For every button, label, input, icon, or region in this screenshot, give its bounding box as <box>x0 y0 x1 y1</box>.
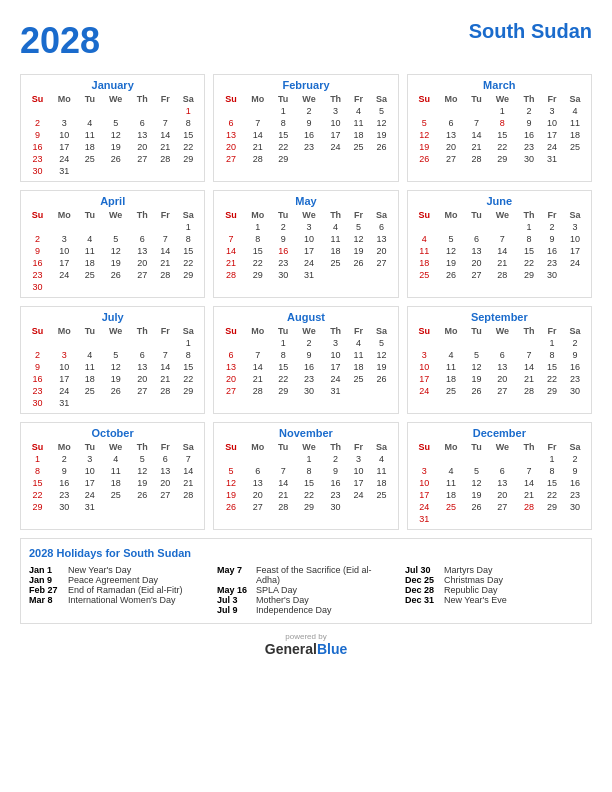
day-header-fr: Fr <box>154 325 176 337</box>
calendar-day <box>25 337 50 349</box>
calendar-day: 22 <box>176 257 200 269</box>
calendar-day: 16 <box>50 477 78 489</box>
day-header-tu: Tu <box>79 93 102 105</box>
calendar-day: 17 <box>294 245 323 257</box>
calendar-day: 9 <box>25 361 50 373</box>
calendar-day: 12 <box>101 129 130 141</box>
calendar-day: 12 <box>412 129 437 141</box>
holiday-item: Dec 31New Year's Eve <box>405 595 583 605</box>
holiday-item: Jul 3Mother's Day <box>217 595 395 605</box>
brand-general: General <box>265 641 317 657</box>
calendar-day: 15 <box>272 129 295 141</box>
calendar-day: 19 <box>101 257 130 269</box>
calendar-day: 29 <box>272 153 295 165</box>
calendar-day: 28 <box>272 501 295 513</box>
calendar-day <box>517 337 541 349</box>
holiday-item: Jul 9Independence Day <box>217 605 395 615</box>
calendar-day: 8 <box>25 465 50 477</box>
day-header-we: We <box>488 93 517 105</box>
calendar-day <box>412 453 437 465</box>
calendar-day: 21 <box>154 373 176 385</box>
calendar-day <box>243 105 271 117</box>
holidays-title: 2028 Holidays for South Sudan <box>29 547 583 559</box>
month-block-november: NovemberSuMoTuWeThFrSa123456789101112131… <box>213 422 398 530</box>
calendar-day: 20 <box>488 373 517 385</box>
calendar-day <box>563 153 587 165</box>
calendar-day <box>294 153 323 165</box>
calendar-day: 10 <box>324 117 348 129</box>
month-block-may: MaySuMoTuWeThFrSa12345678910111213141516… <box>213 190 398 298</box>
calendar-day: 12 <box>370 117 394 129</box>
calendar-day <box>79 165 102 177</box>
calendar-day: 17 <box>324 361 348 373</box>
day-header-mo: Mo <box>50 441 78 453</box>
calendar-day: 15 <box>176 129 200 141</box>
calendar-day: 31 <box>324 385 348 397</box>
holiday-name: Independence Day <box>256 605 332 615</box>
calendar-day <box>488 453 517 465</box>
calendar-day: 30 <box>50 501 78 513</box>
holiday-name: Mother's Day <box>256 595 309 605</box>
calendar-day: 6 <box>370 221 394 233</box>
day-header-fr: Fr <box>541 209 563 221</box>
calendar-day: 27 <box>243 501 271 513</box>
holiday-date: Jan 9 <box>29 575 64 585</box>
holiday-item: Dec 25Christmas Day <box>405 575 583 585</box>
day-header-tu: Tu <box>465 93 488 105</box>
holiday-item: Jan 1New Year's Day <box>29 565 207 575</box>
day-header-fr: Fr <box>541 441 563 453</box>
day-header-th: Th <box>517 93 541 105</box>
calendar-table: SuMoTuWeThFrSa12345678910111213141516171… <box>412 209 587 281</box>
calendar-day: 15 <box>517 245 541 257</box>
calendar-day <box>101 281 130 293</box>
calendar-day <box>488 221 517 233</box>
calendar-table: SuMoTuWeThFrSa12345678910111213141516171… <box>25 441 200 513</box>
month-block-june: JuneSuMoTuWeThFrSa1234567891011121314151… <box>407 190 592 298</box>
calendar-day: 8 <box>176 117 200 129</box>
calendar-day: 19 <box>370 129 394 141</box>
calendar-day: 21 <box>218 257 243 269</box>
day-header-su: Su <box>25 325 50 337</box>
day-header-su: Su <box>218 93 243 105</box>
month-block-august: AugustSuMoTuWeThFrSa12345678910111213141… <box>213 306 398 414</box>
calendar-day <box>50 105 78 117</box>
calendar-day: 21 <box>154 257 176 269</box>
calendar-day: 5 <box>412 117 437 129</box>
calendar-day: 17 <box>541 129 563 141</box>
month-block-october: OctoberSuMoTuWeThFrSa1234567891011121314… <box>20 422 205 530</box>
day-header-su: Su <box>25 441 50 453</box>
calendar-day: 12 <box>348 233 370 245</box>
calendar-day: 10 <box>541 117 563 129</box>
calendar-day: 20 <box>218 373 243 385</box>
calendar-day: 11 <box>348 117 370 129</box>
calendar-table: SuMoTuWeThFrSa12345678910111213141516171… <box>25 209 200 293</box>
calendar-day: 7 <box>488 233 517 245</box>
calendar-day <box>130 397 154 409</box>
calendar-day <box>130 105 154 117</box>
calendar-day: 7 <box>517 349 541 361</box>
calendar-day: 2 <box>25 117 50 129</box>
calendar-day: 20 <box>130 373 154 385</box>
calendar-day: 13 <box>154 465 176 477</box>
month-title: March <box>412 79 587 91</box>
calendar-day: 11 <box>437 361 465 373</box>
calendar-day <box>488 337 517 349</box>
calendar-day: 21 <box>272 489 295 501</box>
calendar-day: 1 <box>541 453 563 465</box>
calendar-day: 22 <box>243 257 271 269</box>
calendar-day <box>218 105 243 117</box>
calendar-day: 14 <box>243 361 271 373</box>
calendar-day: 4 <box>79 349 102 361</box>
calendar-day <box>243 453 271 465</box>
calendar-day <box>465 453 488 465</box>
day-header-th: Th <box>130 441 154 453</box>
calendar-day <box>324 153 348 165</box>
calendar-day: 3 <box>324 337 348 349</box>
calendar-day: 5 <box>130 453 154 465</box>
calendar-day: 28 <box>154 269 176 281</box>
powered-text: powered by <box>20 632 592 641</box>
day-header-we: We <box>101 441 130 453</box>
calendar-day: 16 <box>563 477 587 489</box>
holiday-date: Jul 3 <box>217 595 252 605</box>
day-header-fr: Fr <box>154 209 176 221</box>
